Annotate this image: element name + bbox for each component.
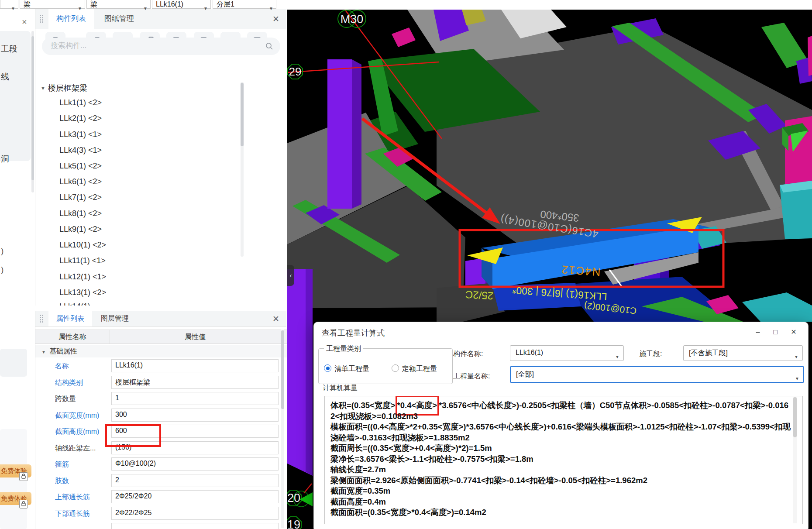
tree-item[interactable]: LLk13(1) <2> (59, 288, 106, 299)
tab-property-list[interactable]: 属性列表 (48, 311, 92, 326)
tab-component-list[interactable]: 构件列表 (48, 9, 94, 29)
close-icon[interactable]: ✕ (272, 14, 279, 24)
tree-item[interactable]: LLk6(1) <2> (59, 177, 102, 189)
component-name-label: 构件名称: (453, 350, 483, 359)
selector-component[interactable]: LLk16(1)▼ (152, 0, 211, 9)
scrollbar[interactable] (241, 82, 244, 257)
cut-label: ) (1, 246, 3, 256)
property-name: 跨数量 (55, 395, 76, 404)
properties-panel: 属性列表 图层管理 ✕ 属性名称 属性值 ▼基础属性 名称 LLk16(1) 结… (35, 311, 286, 529)
property-value-input[interactable]: LLk16(1) (111, 359, 279, 372)
selector-category-2[interactable]: 梁▼ (86, 0, 151, 9)
radio-list-quantity[interactable] (324, 364, 331, 372)
selector-layer[interactable]: 分层1▼ (213, 0, 276, 9)
property-value-input[interactable]: Φ10@100(2) (111, 457, 279, 471)
property-name: 肢数 (55, 477, 69, 486)
panel-collapse-handle[interactable]: ‹ (287, 265, 294, 286)
property-value-input[interactable] (111, 523, 279, 529)
chevron-down-icon: ▼ (269, 1, 273, 16)
scrollbar[interactable] (281, 330, 284, 528)
property-row: 轴线距梁左... (150) (35, 440, 287, 456)
cut-label: ) (1, 265, 3, 275)
property-value-input[interactable]: 2Φ25/2Φ20 (111, 490, 279, 503)
tree-item[interactable]: LLk7(1) <2> (59, 193, 102, 204)
column-header: 属性值 (110, 330, 280, 344)
drag-handle-icon[interactable] (40, 15, 45, 24)
scrollbar[interactable] (793, 397, 797, 523)
beam-side-rebar-text: N4C12 (561, 262, 601, 278)
property-group-row[interactable]: ▼基础属性 (35, 345, 287, 357)
calc-line: 截面高度=0.4m (330, 497, 793, 508)
maximize-icon[interactable]: □ (771, 327, 780, 337)
property-value-input[interactable]: 300 (111, 409, 279, 422)
tree-item[interactable]: LLk12(1) <1> (59, 272, 106, 284)
tree-item[interactable]: LLk2(1) <2> (59, 114, 102, 125)
property-value-input[interactable]: 1 (111, 392, 279, 405)
close-icon[interactable]: × (22, 17, 27, 27)
property-row: 截面高度(mm) 600 (35, 423, 287, 440)
component-tree: ▼楼层框架梁 LLk1(1) <2> LLk2(1) <2> LLk3(1) <… (35, 79, 287, 306)
component-name-dropdown[interactable]: LLk16(1)▼ (510, 345, 624, 361)
tab-layer-manage[interactable]: 图层管理 (93, 311, 137, 326)
tree-item[interactable]: LLk4(3) <1> (59, 146, 102, 157)
tree-item[interactable]: LLk5(1) <2> (59, 161, 102, 173)
section-dropdown[interactable]: [不含施工段]▼ (683, 345, 803, 361)
property-row-cut (35, 522, 287, 529)
beam-fragment-text: 25/2C (465, 288, 493, 302)
bubble-20-label: 20 (287, 491, 300, 505)
property-row: 截面宽度(mm) 300 (35, 407, 287, 423)
radio-label[interactable]: 定额工程量 (402, 364, 437, 374)
red-highlight-box (105, 424, 161, 447)
chevron-down-icon: ▼ (789, 351, 798, 359)
calc-line: 截面周长=((0.35<宽度>+0.4<高度>)*2)=1.5m (330, 443, 793, 454)
quantity-name-dropdown[interactable]: [全部]▼ (510, 366, 804, 383)
chevron-down-icon: ▼ (78, 1, 82, 16)
close-icon[interactable]: ✕ (272, 314, 279, 324)
component-list-panel: 构件列表 图纸管理 ✕ ▼ ▼楼层框架梁 (35, 9, 286, 306)
tree-item[interactable]: LLk10(1) <2> (59, 240, 106, 252)
quantity-type-group: 工程量类别 清单工程量 定额工程量 (318, 348, 453, 384)
calc-section-label: 计算机算量 (323, 384, 358, 393)
section-label: 施工段: (639, 350, 662, 359)
column-header: 属性名称 (35, 330, 110, 344)
property-row: 跨数量 1 (35, 391, 287, 407)
drag-handle-icon[interactable] (40, 315, 45, 323)
radio-quota-quantity[interactable] (392, 364, 399, 372)
tree-item[interactable]: LLk11(1) <1> (59, 256, 106, 268)
free-trial-badge[interactable]: 免费体验 (0, 464, 31, 477)
search-input[interactable] (50, 41, 257, 51)
minimize-icon[interactable]: – (753, 327, 763, 337)
property-value-input[interactable]: 2Φ22/2Φ25 (111, 507, 279, 520)
panel-tabs: 属性列表 图层管理 ✕ (35, 311, 286, 327)
panel-tabs: 构件列表 图纸管理 ✕ (35, 9, 286, 29)
bubble-19-label: 19 (287, 518, 300, 529)
calc-line-volume: 体积=(0.35<宽度>*0.4<高度>*3.6576<中心线长度>)-0.25… (330, 400, 793, 422)
calc-line: 截面宽度=0.35m (330, 486, 793, 497)
bubble-29-label: 29 (289, 65, 302, 78)
tab-drawing-manage[interactable]: 图纸管理 (96, 9, 142, 29)
close-icon[interactable]: ✕ (789, 327, 798, 337)
tree-item[interactable]: LLk14(1) (59, 302, 90, 306)
radio-label[interactable]: 清单工程量 (334, 364, 369, 374)
component-search (42, 38, 280, 55)
property-value-input[interactable]: 2 (111, 474, 279, 487)
selector-cut[interactable]: ▼ (0, 0, 18, 9)
selector-category-1[interactable]: 梁▼ (20, 0, 85, 9)
cut-label: 工段 (1, 43, 17, 55)
tree-group[interactable]: ▼楼层框架梁 (41, 83, 87, 93)
calculation-text[interactable]: 体积=(0.35<宽度>*0.4<高度>*3.6576<中心线长度>)-0.25… (324, 396, 803, 524)
tree-item[interactable]: LLk8(1) <2> (59, 209, 102, 220)
lock-icon (19, 500, 28, 508)
property-value-input[interactable]: 楼层框架梁 (111, 376, 279, 389)
calc-line: 截面面积=(0.35<宽度>*0.4<高度>)=0.14m2 (330, 507, 793, 518)
scrollbar[interactable] (31, 31, 34, 192)
tree-item[interactable]: LLk1(1) <2> (59, 98, 102, 110)
triangle-down-icon: ▼ (41, 350, 46, 354)
chevron-down-icon: ▼ (11, 1, 15, 16)
tree-item[interactable]: LLk9(1) <2> (59, 225, 102, 236)
green-arrow-icon (299, 492, 313, 506)
free-trial-badge[interactable]: 免费体验 (0, 492, 31, 505)
calc-line: 梁侧面面积=2.926<原始侧面面积>-0.7741<扣梁>-0.14<扣砼墙>… (330, 475, 793, 486)
cut-label: 线 (1, 71, 9, 82)
tree-item[interactable]: LLk3(1) <1> (59, 130, 102, 141)
